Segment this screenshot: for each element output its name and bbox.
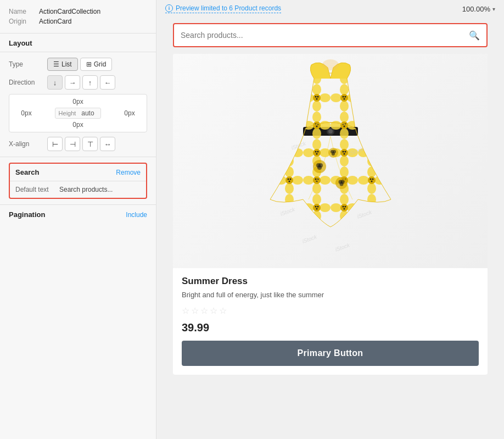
xalign-label: X-align xyxy=(9,140,47,148)
spacing-height-inner: Height xyxy=(55,108,102,119)
type-label: Type xyxy=(9,60,47,68)
svg-text:iStock: iStock xyxy=(301,234,317,244)
xalign-center-button[interactable]: ⊣ xyxy=(65,137,80,151)
xalign-control-row: X-align ⊢ ⊣ ⊤ ↔ xyxy=(9,137,147,151)
origin-row: Origin ActionCard xyxy=(9,18,147,25)
product-card: iStock iStock iStock iStock iStock iStoc… xyxy=(173,54,488,375)
remove-link[interactable]: Remove xyxy=(116,169,141,176)
svg-point-19 xyxy=(339,182,343,186)
grid-icon: ⊞ xyxy=(86,60,92,68)
spacing-top-input[interactable] xyxy=(64,98,92,105)
meta-section: Name ActionCardCollection Origin ActionC… xyxy=(0,0,156,34)
default-text-label: Default text xyxy=(15,186,59,193)
xalign-right-button[interactable]: ⊤ xyxy=(82,137,98,151)
product-description: Bright and full of energy, just like the… xyxy=(182,290,479,300)
type-buttons: ☰ List ⊞ Grid xyxy=(47,58,112,71)
svg-point-15 xyxy=(317,165,322,170)
spacing-bottom-row xyxy=(13,121,143,129)
search-icon[interactable]: 🔍 xyxy=(469,30,480,41)
type-control-row: Type ☰ List ⊞ Grid xyxy=(9,58,147,71)
name-value: ActionCardCollection xyxy=(39,8,100,15)
search-default-row: Default text Search products... xyxy=(10,181,146,198)
svg-point-11 xyxy=(322,59,339,70)
origin-label: Origin xyxy=(9,18,39,25)
chevron-down-icon: ▾ xyxy=(492,6,495,12)
layout-section-header: Layout xyxy=(0,34,156,52)
preview-area: 🔍 xyxy=(156,18,504,439)
spacing-bottom-input[interactable] xyxy=(64,121,92,129)
direction-label: Direction xyxy=(9,79,47,86)
product-image: iStock iStock iStock iStock iStock iStoc… xyxy=(173,54,488,268)
search-section-title: Search xyxy=(15,168,39,176)
star-2: ☆ xyxy=(191,305,199,316)
type-grid-button[interactable]: ⊞ Grid xyxy=(80,58,113,71)
search-section: Search Remove Default text Search produc… xyxy=(9,163,147,199)
list-icon: ☰ xyxy=(53,60,59,68)
star-rating: ☆ ☆ ☆ ☆ ☆ xyxy=(182,305,479,316)
pagination-row: Pagination Include xyxy=(0,204,156,224)
preview-text: Preview limited to 6 Product records xyxy=(176,4,281,12)
info-icon: i xyxy=(165,4,173,12)
spacing-grid: Height xyxy=(9,94,147,132)
star-5: ☆ xyxy=(219,305,227,316)
svg-text:iStock: iStock xyxy=(334,242,350,253)
type-list-button[interactable]: ☰ List xyxy=(47,58,78,71)
direction-left-button[interactable]: ← xyxy=(100,75,115,90)
search-section-header: Search Remove xyxy=(10,164,146,181)
xalign-stretch-button[interactable]: ↔ xyxy=(100,137,115,151)
include-link[interactable]: Include xyxy=(126,211,147,219)
default-text-value: Search products... xyxy=(59,186,113,193)
direction-control-row: Direction ↓ → ↑ ← xyxy=(9,75,147,90)
svg-text:iStock: iStock xyxy=(356,209,372,220)
star-1: ☆ xyxy=(182,305,189,316)
list-label: List xyxy=(61,60,72,68)
top-bar: i Preview limited to 6 Product records 1… xyxy=(156,0,504,18)
layout-controls: Type ☰ List ⊞ Grid Direction ↓ → ↑ ← xyxy=(0,52,156,157)
xalign-left-button[interactable]: ⊢ xyxy=(47,137,63,151)
height-input[interactable] xyxy=(78,109,97,117)
left-panel: Name ActionCardCollection Origin ActionC… xyxy=(0,0,156,439)
zoom-control[interactable]: 100.00% ▾ xyxy=(462,5,495,13)
search-bar-input[interactable] xyxy=(181,31,469,40)
origin-value: ActionCard xyxy=(39,18,71,25)
direction-down-button[interactable]: ↓ xyxy=(47,75,63,90)
name-row: Name ActionCardCollection xyxy=(9,8,147,15)
spacing-middle-row: Height xyxy=(13,108,143,119)
pagination-label: Pagination xyxy=(9,210,45,219)
preview-notice: i Preview limited to 6 Product records xyxy=(165,4,281,13)
name-label: Name xyxy=(9,8,39,15)
spacing-right-input[interactable] xyxy=(116,109,143,117)
height-label: Height xyxy=(59,110,76,116)
direction-up-button[interactable]: ↑ xyxy=(82,75,98,90)
zoom-value: 100.00% xyxy=(462,5,490,13)
product-title: Summer Dress xyxy=(182,276,479,287)
spacing-top-row xyxy=(13,98,143,105)
primary-button[interactable]: Primary Button xyxy=(182,341,479,366)
dress-svg: iStock iStock iStock iStock iStock iStoc… xyxy=(248,57,413,265)
product-info: Summer Dress Bright and full of energy, … xyxy=(173,268,488,375)
svg-point-23 xyxy=(332,152,335,155)
xalign-buttons: ⊢ ⊣ ⊤ ↔ xyxy=(47,137,115,151)
star-4: ☆ xyxy=(210,305,217,316)
right-panel: i Preview limited to 6 Product records 1… xyxy=(156,0,504,439)
spacing-left-input[interactable] xyxy=(13,109,40,117)
svg-text:iStock: iStock xyxy=(279,206,295,217)
search-bar-preview: 🔍 xyxy=(173,23,488,47)
direction-buttons: ↓ → ↑ ← xyxy=(47,75,115,90)
grid-label: Grid xyxy=(94,60,107,68)
product-price: 39.99 xyxy=(182,321,479,334)
star-3: ☆ xyxy=(200,305,208,316)
direction-right-button[interactable]: → xyxy=(65,75,80,90)
